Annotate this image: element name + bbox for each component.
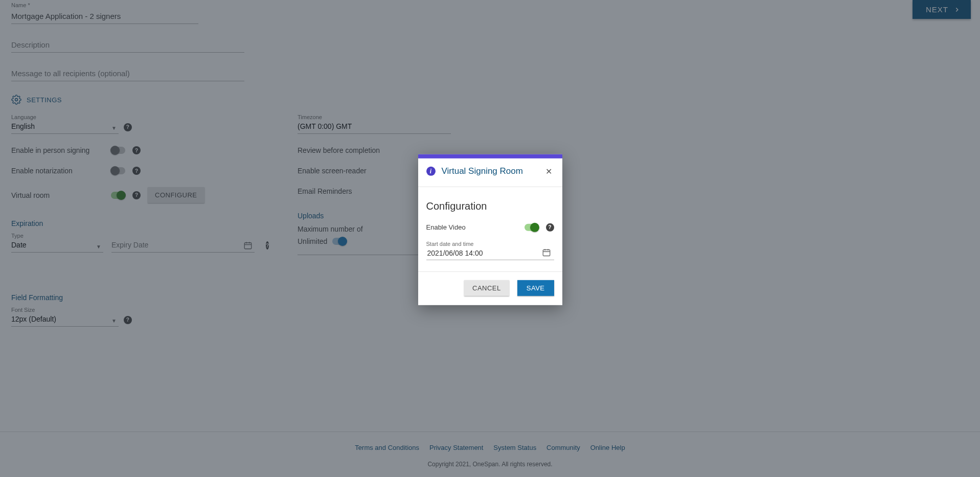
cancel-button[interactable]: CANCEL <box>464 280 509 296</box>
modal-title: Virtual Signing Room <box>442 166 537 176</box>
svg-rect-5 <box>543 249 550 256</box>
modal-config-heading: Configuration <box>426 200 554 212</box>
modal-accent-bar <box>418 154 562 158</box>
enable-video-label: Enable Video <box>426 223 525 231</box>
save-button[interactable]: SAVE <box>517 280 554 296</box>
help-icon[interactable]: ? <box>546 223 554 231</box>
info-icon: i <box>426 167 436 176</box>
start-datetime-input[interactable] <box>426 248 498 257</box>
enable-video-toggle[interactable] <box>525 223 539 231</box>
virtual-signing-room-modal: i Virtual Signing Room ✕ Configuration E… <box>418 154 562 305</box>
start-datetime-label: Start date and time <box>426 240 554 246</box>
close-icon[interactable]: ✕ <box>543 165 554 177</box>
calendar-icon[interactable] <box>542 247 551 258</box>
